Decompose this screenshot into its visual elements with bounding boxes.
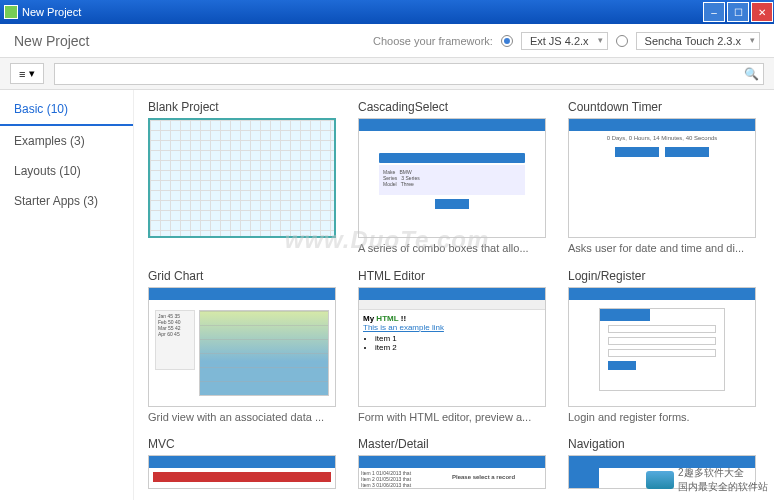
- card-master-detail: Master/Detail Item 1 01/04/2013 thatItem…: [358, 437, 546, 490]
- radio-sencha[interactable]: [616, 35, 628, 47]
- sidebar-item-examples[interactable]: Examples (3): [0, 126, 133, 156]
- search-icon[interactable]: 🔍: [744, 67, 759, 81]
- close-button[interactable]: ✕: [751, 2, 773, 22]
- card-thumb[interactable]: [148, 118, 336, 238]
- card-title: Countdown Timer: [568, 100, 756, 114]
- search-container: 🔍: [54, 63, 764, 85]
- card-desc: Asks user for date and time and di...: [568, 242, 756, 254]
- card-title: MVC: [148, 437, 336, 451]
- view-mode-button[interactable]: ≡ ▾: [10, 63, 44, 84]
- card-desc: Grid view with an associated data ...: [148, 411, 336, 423]
- card-thumb[interactable]: 0 Days, 0 Hours, 14 Minutes, 40 Seconds: [568, 118, 756, 238]
- framework-label: Choose your framework:: [373, 35, 493, 47]
- list-icon: ≡: [19, 68, 25, 80]
- app-logo-icon: [4, 5, 18, 19]
- card-cascading-select: CascadingSelect Make BMWSeries 3 SeriesM…: [358, 100, 546, 255]
- card-thumb[interactable]: My HTML !! This is an example link item …: [358, 287, 546, 407]
- card-title: Navigation: [568, 437, 756, 451]
- card-login-register: Login/Register Login and register forms.: [568, 269, 756, 424]
- card-thumb[interactable]: Make BMWSeries 3 SeriesModel Three: [358, 118, 546, 238]
- card-thumb[interactable]: [568, 287, 756, 407]
- card-title: Login/Register: [568, 269, 756, 283]
- card-html-editor: HTML Editor My HTML !! This is an exampl…: [358, 269, 546, 424]
- window-titlebar: New Project – ☐ ✕: [0, 0, 774, 24]
- card-countdown-timer: Countdown Timer 0 Days, 0 Hours, 14 Minu…: [568, 100, 756, 255]
- sidebar-item-layouts[interactable]: Layouts (10): [0, 156, 133, 186]
- card-grid-chart: Grid Chart Jan 45 35Feb 50 40Mar 55 42Ap…: [148, 269, 336, 424]
- badge-line1: 2趣多软件大全: [678, 466, 768, 480]
- page-title: New Project: [14, 33, 89, 49]
- card-desc: Form with HTML editor, preview a...: [358, 411, 546, 423]
- card-thumb[interactable]: Jan 45 35Feb 50 40Mar 55 42Apr 60 45: [148, 287, 336, 407]
- card-title: Grid Chart: [148, 269, 336, 283]
- card-desc: Login and register forms.: [568, 411, 756, 423]
- card-desc: A series of combo boxes that allo...: [358, 242, 546, 254]
- dropdown-sencha[interactable]: Sencha Touch 2.3.x: [636, 32, 760, 50]
- card-title: HTML Editor: [358, 269, 546, 283]
- sidebar-item-basic[interactable]: Basic (10): [0, 94, 133, 126]
- badge-line2: 国内最安全的软件站: [678, 480, 768, 494]
- toolbar: ≡ ▾ 🔍: [0, 58, 774, 90]
- badge-logo-icon: [646, 471, 674, 489]
- card-thumb[interactable]: Item 1 01/04/2013 thatItem 2 01/05/2013 …: [358, 455, 546, 489]
- window-title: New Project: [22, 6, 81, 18]
- card-title: Master/Detail: [358, 437, 546, 451]
- template-grid: Blank Project CascadingSelect Make BMWSe…: [134, 90, 774, 500]
- card-title: Blank Project: [148, 100, 336, 114]
- countdown-text: 0 Days, 0 Hours, 14 Minutes, 40 Seconds: [569, 131, 755, 141]
- card-blank-project: Blank Project: [148, 100, 336, 255]
- sidebar-item-starter[interactable]: Starter Apps (3): [0, 186, 133, 216]
- search-input[interactable]: [54, 63, 764, 85]
- maximize-button[interactable]: ☐: [727, 2, 749, 22]
- sidebar: Basic (10) Examples (3) Layouts (10) Sta…: [0, 90, 134, 500]
- radio-extjs[interactable]: [501, 35, 513, 47]
- dropdown-extjs[interactable]: Ext JS 4.2.x: [521, 32, 608, 50]
- minimize-button[interactable]: –: [703, 2, 725, 22]
- header-bar: New Project Choose your framework: Ext J…: [0, 24, 774, 58]
- chevron-down-icon: ▾: [29, 67, 35, 80]
- card-mvc: MVC: [148, 437, 336, 490]
- site-badge: 2趣多软件大全 国内最安全的软件站: [646, 466, 768, 494]
- card-title: CascadingSelect: [358, 100, 546, 114]
- card-thumb[interactable]: [148, 455, 336, 489]
